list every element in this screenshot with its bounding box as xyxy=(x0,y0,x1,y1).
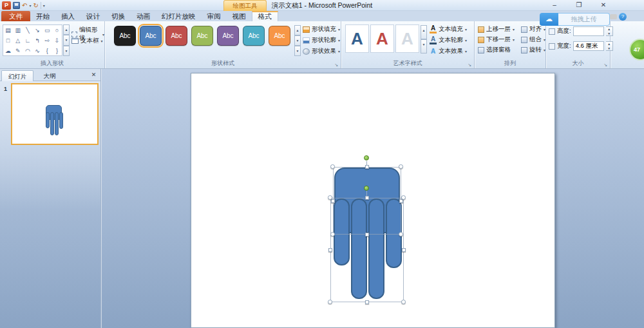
gallery-more-icon[interactable]: ▼ xyxy=(421,39,427,53)
resize-handle[interactable] xyxy=(401,195,406,200)
resize-handle[interactable] xyxy=(402,248,406,252)
align-button[interactable]: 对齐▾ xyxy=(521,25,545,34)
wordart-style-option[interactable]: A xyxy=(395,24,419,53)
gallery-more-icon[interactable]: ▼ xyxy=(294,46,301,56)
help-icon[interactable]: ? xyxy=(619,13,627,21)
selection-pane-button[interactable]: 选择窗格 xyxy=(478,46,511,54)
wordart-style-option[interactable]: A xyxy=(345,24,369,53)
slide-canvas[interactable] xyxy=(191,73,555,328)
resize-handle[interactable] xyxy=(365,196,369,200)
resize-handle[interactable] xyxy=(328,195,332,200)
resize-handle[interactable] xyxy=(365,300,369,304)
shape-icon[interactable]: ⇨ xyxy=(43,35,52,46)
shape-style-option-selected[interactable]: Abc xyxy=(140,26,162,46)
shape-style-option[interactable]: Abc xyxy=(243,26,265,46)
group-button[interactable]: 组合▾ xyxy=(521,35,545,44)
tab-view[interactable]: 视图 xyxy=(227,11,252,21)
tab-slides[interactable]: 幻灯片 xyxy=(1,70,33,81)
shape-fill-button[interactable]: 形状填充▾ xyxy=(303,25,340,34)
tab-slideshow[interactable]: 幻灯片放映 xyxy=(156,11,202,21)
tab-insert[interactable]: 插入 xyxy=(55,11,80,21)
shape-icon[interactable]: ◠ xyxy=(23,46,32,56)
chevron-down-icon: ▾ xyxy=(338,49,340,53)
resize-handle[interactable] xyxy=(399,232,403,236)
bring-forward-button[interactable]: 上移一层▾ xyxy=(478,25,515,34)
resize-handle[interactable] xyxy=(399,164,403,169)
redo-icon[interactable]: ↻ xyxy=(33,1,38,10)
height-input[interactable] xyxy=(573,26,604,36)
shape-icon[interactable]: ╲ xyxy=(23,25,32,35)
tab-animations[interactable]: 动画 xyxy=(131,11,156,21)
rotate-button[interactable]: 旋转▾ xyxy=(521,46,545,54)
shape-style-option[interactable]: Abc xyxy=(191,26,213,46)
shape-outline-button[interactable]: 形状轮廓▾ xyxy=(303,36,340,44)
scroll-up-icon[interactable]: ▲ xyxy=(63,24,70,35)
shape-icon[interactable]: ○ xyxy=(52,25,62,35)
drag-upload-widget[interactable]: ☁ 拖拽上传 xyxy=(540,13,610,26)
undo-dropdown-icon[interactable]: ▾ xyxy=(29,3,31,8)
shape-icon[interactable]: ↰ xyxy=(33,35,43,46)
text-fill-button[interactable]: A文本填充▾ xyxy=(430,25,467,34)
shape-icon[interactable]: ⇩ xyxy=(52,35,62,46)
height-spinner[interactable]: ▲▼ xyxy=(606,26,613,36)
text-outline-button[interactable]: A文本轮廓▾ xyxy=(430,36,467,44)
maximize-button[interactable]: ❐ xyxy=(568,0,590,10)
shape-style-option[interactable]: Abc xyxy=(217,26,239,46)
shape-style-option[interactable]: Abc xyxy=(114,26,136,46)
gallery-more-icon[interactable]: ▼ xyxy=(63,46,70,56)
customize-qat-icon[interactable]: ▾ xyxy=(43,3,45,8)
save-icon[interactable] xyxy=(13,2,20,9)
tab-format[interactable]: 格式 xyxy=(252,11,278,21)
width-spinner[interactable]: ▲▼ xyxy=(606,41,613,51)
shape-style-option[interactable]: Abc xyxy=(269,26,290,46)
shape-icon[interactable]: □ xyxy=(3,35,13,46)
scroll-down-icon[interactable]: ▼ xyxy=(63,35,70,45)
resize-handle[interactable] xyxy=(330,232,335,236)
shape-icon[interactable]: ↘ xyxy=(33,25,43,35)
powerpoint-logo-icon[interactable]: P xyxy=(2,1,11,10)
scroll-up-icon[interactable]: ▲ xyxy=(294,25,301,35)
close-panel-icon[interactable]: ✕ xyxy=(90,71,98,79)
slide-thumbnail[interactable] xyxy=(11,83,99,145)
shape-icon[interactable]: ☁ xyxy=(3,46,13,56)
text-effects-button[interactable]: A文本效果▾ xyxy=(430,47,467,55)
shape-icon[interactable]: △ xyxy=(13,35,23,46)
shape-effects-button[interactable]: 形状效果▾ xyxy=(303,47,340,55)
resize-handle[interactable] xyxy=(328,300,332,304)
overlay-handle[interactable] xyxy=(610,14,617,19)
width-input[interactable] xyxy=(573,41,604,51)
tab-file[interactable]: 文件 xyxy=(1,11,30,21)
shape-icon[interactable]: ∿ xyxy=(33,46,43,56)
tab-design[interactable]: 设计 xyxy=(80,11,106,21)
shape-icon[interactable]: { xyxy=(43,46,52,56)
wordart-style-option[interactable]: A xyxy=(370,24,394,53)
resize-handle[interactable] xyxy=(401,300,406,304)
rotate-handle[interactable] xyxy=(364,186,369,191)
group-label-arrange: 排列 xyxy=(475,59,545,68)
shape-icon[interactable]: ✎ xyxy=(13,46,23,56)
send-backward-button[interactable]: 下移一层▾ xyxy=(478,35,515,44)
tab-outline[interactable]: 大纲 xyxy=(35,70,64,81)
shape-icon[interactable]: ∟ xyxy=(23,35,32,46)
minimize-button[interactable]: – xyxy=(544,0,565,10)
cloud-upload-icon[interactable]: ☁ xyxy=(540,13,558,26)
tab-review[interactable]: 审阅 xyxy=(202,11,227,21)
resize-handle[interactable] xyxy=(330,164,335,169)
resize-handle[interactable] xyxy=(365,233,369,236)
resize-handle[interactable] xyxy=(331,199,335,203)
shape-icon[interactable]: ▥ xyxy=(13,25,23,35)
text-box-button[interactable]: 文本框 ▾ xyxy=(71,37,103,45)
shape-icon[interactable]: ▭ xyxy=(43,25,52,35)
scroll-up-icon[interactable]: ▲ xyxy=(421,25,427,39)
tab-home[interactable]: 开始 xyxy=(30,11,55,21)
shape-icon[interactable]: ▤ xyxy=(3,25,13,35)
scroll-down-icon[interactable]: ▼ xyxy=(294,35,301,46)
shape-style-option[interactable]: Abc xyxy=(166,26,187,46)
undo-icon[interactable]: ↶ xyxy=(22,1,27,10)
resize-handle[interactable] xyxy=(328,248,332,252)
shape-icon[interactable]: } xyxy=(52,46,62,56)
resize-handle[interactable] xyxy=(365,165,369,169)
rotate-handle[interactable] xyxy=(364,155,369,160)
tab-transitions[interactable]: 切换 xyxy=(106,11,131,21)
close-button[interactable]: ✕ xyxy=(592,0,614,10)
